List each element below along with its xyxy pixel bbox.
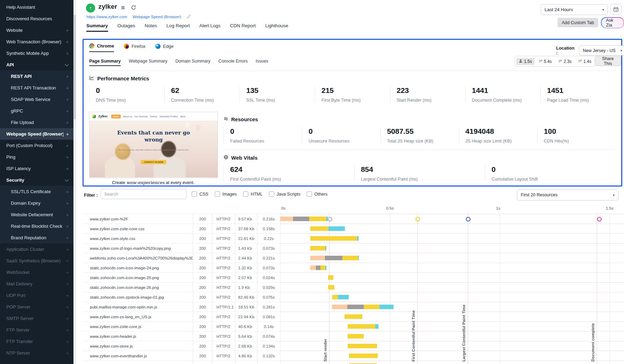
sidebar-item[interactable]: Security [0, 174, 73, 186]
table-row[interactable]: static.zohocdn.com-icon-image-25.png200H… [83, 272, 624, 282]
sidebar-item[interactable]: Website + [0, 24, 73, 36]
resource-name-cell[interactable]: www.zylker.com-zsite-core.css [83, 224, 193, 233]
tab[interactable]: Lighthouse [265, 23, 288, 32]
table-row[interactable]: static.zohocdn.com-zpstock-image-01.jpg2… [83, 292, 624, 302]
plus-icon[interactable]: + [66, 258, 69, 264]
hamburger-menu-icon[interactable]: ≡ [121, 4, 125, 12]
plus-icon[interactable]: + [66, 224, 69, 229]
sidebar-item[interactable]: Domain Expiry + [0, 197, 73, 209]
waterfall-bar[interactable] [310, 236, 359, 241]
table-row[interactable]: static.zohocdn.com-icon-image-24.png200H… [83, 263, 624, 272]
waterfall-bar[interactable] [328, 275, 333, 280]
timing-badge[interactable]: 5.4s [536, 58, 554, 65]
checkbox[interactable] [215, 191, 220, 197]
table-row[interactable]: www.zylker.com-zs-lang_en_US.js200HTTP/2… [83, 312, 624, 321]
sidebar-item[interactable]: SaaS Synthetics (Browser) + [0, 255, 73, 267]
sidebar-item[interactable]: Mail Delivery + [0, 278, 73, 290]
tab[interactable]: Notes [145, 23, 157, 32]
sidebar-item[interactable]: Synthetic Mobile App + [0, 48, 73, 59]
sidebar-item[interactable]: NTP Server + [0, 347, 73, 359]
resource-count-select[interactable]: First 20 Resources ▾ [517, 189, 618, 201]
checkbox[interactable] [192, 191, 197, 197]
subtab[interactable]: Issues [256, 59, 268, 66]
waterfall-bar[interactable] [280, 217, 328, 221]
sidebar-item[interactable]: FTP Server + [0, 324, 73, 336]
resource-type-filter[interactable]: Images [215, 191, 237, 197]
waterfall-bar[interactable] [345, 314, 362, 319]
plus-icon[interactable]: + [66, 166, 69, 172]
plus-icon[interactable]: + [66, 39, 69, 45]
ask-zia-button[interactable]: Ask Zia [601, 17, 624, 28]
waterfall-bar[interactable] [310, 226, 345, 231]
plus-icon[interactable]: + [66, 247, 69, 252]
resource-name-cell[interactable]: static.zohocdn.com-icon-image-26.png [83, 282, 193, 292]
waterfall-bar[interactable] [310, 246, 326, 250]
sidebar-item[interactable]: REST API Transaction + [0, 82, 73, 94]
resource-name-cell[interactable]: publ.maillist-manage.com-optin.min.js [83, 302, 193, 312]
plus-icon[interactable]: + [66, 339, 69, 344]
plus-icon[interactable]: + [66, 304, 69, 310]
plus-icon[interactable]: + [66, 235, 69, 241]
sidebar-scrollbar[interactable] [73, 0, 76, 364]
plus-icon[interactable]: + [66, 143, 69, 148]
checkbox[interactable] [269, 191, 274, 197]
sidebar-scrollbar-thumb[interactable] [74, 15, 76, 119]
sidebar-item[interactable]: Ping + [0, 151, 73, 163]
time-range-select[interactable]: Last 24 Hours ▾ [541, 4, 608, 15]
resource-name-cell[interactable]: www.zylker.com-zsite-core.js [83, 321, 193, 331]
browser-tab[interactable]: Firefox [124, 43, 146, 52]
table-row[interactable]: www.zylker.com-store.js200HTTP/22.68 Kb0… [83, 341, 624, 351]
resource-name-cell[interactable]: static.zohocdn.com-icon-image-24.png [83, 263, 193, 272]
sidebar-item[interactable]: SOAP Web Service + [0, 94, 73, 105]
sidebar-item[interactable]: ISP Latency + [0, 163, 73, 174]
tab[interactable]: Log Report [166, 23, 190, 32]
table-row[interactable]: webfonts.zoho.com-Lora%3A400%2C700%26dis… [83, 253, 624, 263]
sidebar-item[interactable]: Website Defacement + [0, 209, 73, 220]
plus-icon[interactable]: + [66, 270, 69, 275]
plus-icon[interactable]: + [66, 316, 69, 321]
waterfall-bar[interactable] [348, 344, 377, 348]
sidebar-item[interactable]: Real-time Blocklist Check + [0, 220, 73, 232]
sidebar-item[interactable]: Port (Custom Protocol) + [0, 140, 73, 151]
resource-name-cell[interactable]: www.zylker.com-header.js [83, 331, 193, 341]
plus-icon[interactable]: + [66, 108, 69, 114]
page-screenshot-thumbnail[interactable]: Zylker HomeAbout usOur ServicesEventsInt… [89, 112, 218, 178]
plus-icon[interactable]: + [66, 51, 69, 56]
waterfall-bar[interactable] [349, 354, 378, 358]
resource-name-cell[interactable]: www.zylker.com-zf-logo-mark%2520copy.png [83, 243, 193, 253]
sidebar-item[interactable]: REST API + [0, 71, 73, 82]
sidebar-item[interactable]: FTP Transfer + [0, 336, 73, 347]
plus-icon[interactable]: + [66, 131, 69, 137]
waterfall-bar[interactable] [348, 324, 378, 329]
resource-type-filter[interactable]: Java Scripts [269, 191, 300, 197]
sidebar-item[interactable]: UDP Port + [0, 290, 73, 301]
plus-icon[interactable]: + [66, 85, 69, 91]
subtab[interactable]: Webpage Summary [129, 59, 167, 66]
sidebar-item[interactable]: Brand Reputation + [0, 232, 73, 243]
tab[interactable]: Alert Logs [199, 23, 221, 32]
table-row[interactable]: www.zylker.com-eventhandler.js200HTTP/24… [83, 351, 624, 361]
table-row[interactable]: www.zylker.com-zf-logo-mark%2520copy.png… [83, 243, 624, 253]
timing-badge[interactable]: 1.5s [516, 58, 534, 65]
location-select[interactable]: New Jersey - US ▾ [579, 45, 624, 56]
sidebar-item[interactable]: SMTP Server + [0, 313, 73, 324]
plus-icon[interactable]: + [66, 154, 69, 160]
plus-icon[interactable]: + [66, 201, 69, 206]
add-custom-tab-button[interactable]: Add Custom Tab [558, 18, 598, 27]
resource-type-filter[interactable]: Others [307, 191, 328, 197]
resource-name-cell[interactable]: www.zylker.com-zs-lang_en_US.js [83, 312, 193, 321]
plus-icon[interactable]: + [66, 189, 69, 195]
sidebar-item[interactable]: SSL/TLS Certificate + [0, 186, 73, 197]
resource-name-cell[interactable]: www.zylker.com-%2F [83, 214, 193, 224]
monitor-url-link[interactable]: https://www.zylker.com [86, 15, 127, 19]
tab[interactable]: Outages [118, 23, 135, 32]
table-row[interactable]: www.zylker.com-products-pagination.js200… [83, 361, 624, 364]
edit-icon[interactable] [187, 14, 191, 19]
tab[interactable]: Summary [86, 23, 108, 32]
custom-period-button[interactable] [610, 4, 622, 15]
timing-badge[interactable]: 1.4s [575, 58, 594, 65]
sidebar-item[interactable]: POP Server + [0, 301, 73, 313]
sidebar-item[interactable]: Web Transaction (Browser) + [0, 36, 73, 48]
table-row[interactable]: www.zylker.com-header.js200HTTP/25.64 Kb… [83, 331, 624, 341]
table-row[interactable]: publ.maillist-manage.com-optin.min.js200… [83, 302, 624, 312]
